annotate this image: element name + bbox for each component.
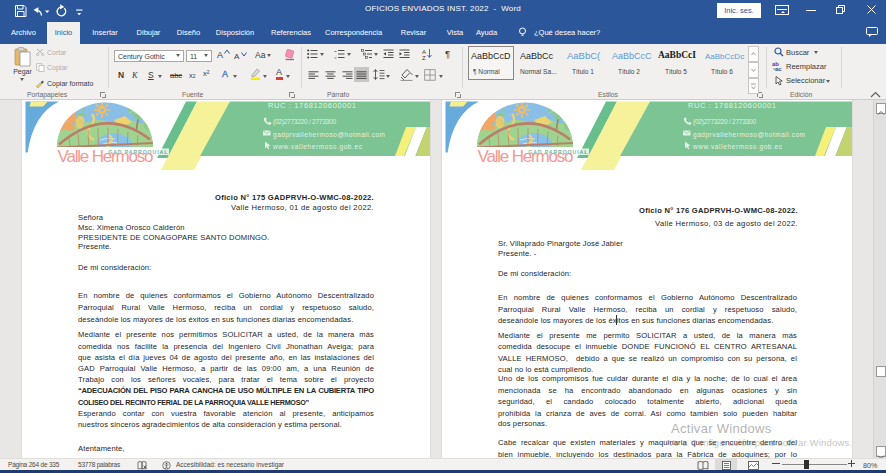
svg-text:RUC : 1768120600001: RUC : 1768120600001 (688, 101, 776, 110)
svg-text:(02)2773220 / 2773300: (02)2773220 / 2773300 (273, 118, 336, 126)
svg-text:(02)2773220 / 2773300: (02)2773220 / 2773300 (693, 118, 756, 126)
svg-text:gadprvallehermoso@hotmail.com: gadprvallehermoso@hotmail.com (273, 131, 385, 139)
svg-text:Z: Z (422, 55, 426, 61)
svg-text:gadprvallehermoso@hotmail.com: gadprvallehermoso@hotmail.com (693, 131, 805, 139)
svg-text:Valle Hermoso: Valle Hermoso (58, 147, 154, 166)
svg-text:Valle Hermoso: Valle Hermoso (478, 147, 574, 166)
svg-text:www.vallehermoso.gob.ec: www.vallehermoso.gob.ec (272, 143, 363, 151)
svg-text:RUC : 1768120600001: RUC : 1768120600001 (268, 101, 356, 110)
svg-text:ac: ac (775, 66, 782, 71)
svg-text:www.vallehermoso.gob.ec: www.vallehermoso.gob.ec (692, 143, 783, 151)
